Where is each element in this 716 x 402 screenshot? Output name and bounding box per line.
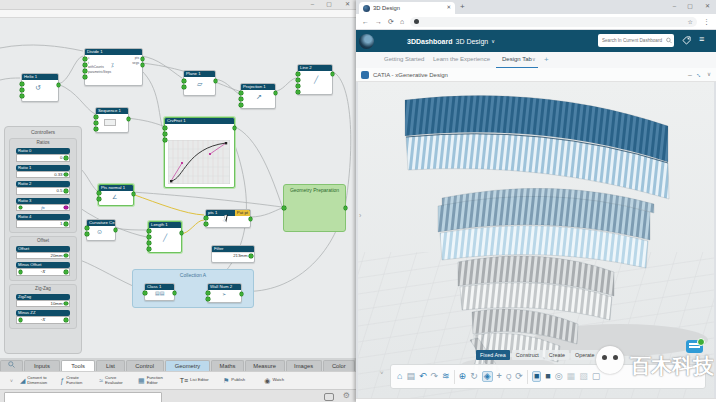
tab-tools[interactable]: Tools (61, 360, 95, 371)
curve-evaluator-button[interactable]: ≈Curve Evaluator (99, 376, 131, 385)
hamburger-menu-icon[interactable]: ≡ (699, 34, 704, 44)
tab-images[interactable]: Images (286, 360, 322, 371)
tab-color[interactable]: Color (323, 360, 355, 371)
browser-tab[interactable]: 3D Design ✕ (359, 2, 455, 14)
node-line2[interactable]: Line 2 ╱ (297, 64, 333, 95)
maximize-button[interactable]: ▢ (326, 0, 332, 9)
tab-geometry[interactable]: Geometry (165, 360, 211, 371)
group-collection-a[interactable]: Collection A Class 1 ▤▤ Wall Num 2 ➣ (132, 269, 254, 308)
slider-offset[interactable]: Offset 20mm (16, 246, 70, 260)
add-dashboard-tab-button[interactable]: + (544, 52, 549, 67)
chevron-down-icon[interactable]: ∨ (532, 52, 536, 67)
render-style-icon[interactable]: ◎ (555, 372, 563, 381)
tab-construct[interactable]: Construct (512, 350, 543, 360)
minimize-button[interactable]: – (311, 0, 314, 9)
3d-viewport[interactable]: › Fixed Area Construct Create Operate Vi… (358, 82, 714, 398)
slider-ratio-0[interactable]: Ratio 0 0 (16, 148, 70, 162)
node-class1[interactable]: Class 1 ▤▤ (144, 283, 175, 301)
bookmark-star-icon[interactable]: ☆ (688, 19, 693, 25)
chat-bubble-icon[interactable] (324, 393, 334, 401)
home-icon[interactable]: ⌂ (400, 18, 404, 25)
node-helix[interactable]: Helix 1 ↺ (21, 73, 59, 102)
address-bar[interactable]: ☆ (410, 17, 697, 27)
slider-value[interactable]: 0 (60, 155, 62, 161)
curve-function-graph[interactable] (168, 140, 230, 184)
undo-icon[interactable]: ↶ (419, 372, 427, 381)
turntable-icon[interactable]: ⟳ (515, 372, 523, 381)
panel-expand-chevron-icon[interactable]: › (359, 212, 361, 219)
new-tab-button[interactable]: + (460, 3, 465, 11)
shaded-cube-icon[interactable]: ■ (532, 371, 541, 382)
node-crvfnct[interactable]: CrvFnct 1 (164, 117, 235, 188)
slider-ratio-1[interactable]: Ratio 1 0.33 (16, 165, 70, 179)
node-projection[interactable]: Projection 1 ↗ (240, 83, 276, 109)
grid-icon[interactable]: ▦ (567, 372, 576, 381)
section-icon[interactable]: ▧ (579, 372, 588, 381)
toolbar-collapse-icon[interactable]: ˅ (380, 370, 384, 376)
sequence-value-chip[interactable] (104, 119, 116, 126)
browser-close-button[interactable]: ✕ (705, 0, 710, 13)
node-filter[interactable]: Filter 213mm (211, 245, 255, 263)
redo-icon[interactable]: ↷ (431, 372, 439, 381)
tab-getting-started[interactable]: Getting Started (384, 52, 424, 67)
controllers-panel[interactable]: Controllers Ratios Ratio 0 0 Ratio 1 0.3… (4, 126, 82, 354)
stream-icon[interactable]: ≋ (442, 372, 450, 381)
browser-minimize-button[interactable]: – (673, 0, 676, 13)
close-button[interactable]: ✕ (345, 0, 350, 9)
slider-formula[interactable]: -X (24, 317, 63, 323)
tab-view[interactable]: View (601, 350, 621, 360)
orbit-icon[interactable]: ↻ (470, 372, 478, 381)
watch-button[interactable]: ◉Watch (264, 377, 298, 385)
node-graph-canvas[interactable]: Helix 1 ↺ Divide 1 c t withCounts parame… (0, 18, 356, 358)
node-divide[interactable]: Divide 1 c t withCounts parametricSteps … (84, 48, 143, 86)
tab-maths[interactable]: Maths (211, 360, 243, 371)
tab-control[interactable]: Control (126, 360, 164, 371)
zoom-icon[interactable]: ⊕ (459, 372, 467, 381)
view-cube-icon[interactable]: ◈ (482, 371, 493, 382)
function-editor-button[interactable]: ▦Function Editor (138, 376, 173, 385)
slider-value[interactable]: 1 (60, 221, 62, 227)
dark-cube-icon[interactable]: ■ (545, 372, 550, 381)
collapse-chevron-icon[interactable]: ˅ (10, 378, 13, 384)
list-editor-button[interactable]: T≡List Editor (180, 377, 216, 384)
tab-operate[interactable]: Operate (571, 350, 598, 360)
slider-zigzag[interactable]: ZigZag 10mm (16, 294, 70, 308)
tab-list[interactable]: List (96, 360, 125, 371)
slider-value[interactable]: 10mm (51, 301, 63, 307)
node-wall-num[interactable]: Wall Num 2 ➣ (207, 283, 242, 303)
slider-formula[interactable]: fx (24, 205, 63, 211)
publish-button[interactable]: ⚑Publish (223, 377, 257, 385)
node-plane[interactable]: Plane 1 ▱ (183, 70, 216, 96)
tab-inputs[interactable]: Inputs (24, 360, 60, 371)
status-input[interactable] (4, 392, 162, 402)
create-function-button[interactable]: ƒCreate Function (60, 376, 92, 385)
slider-minus-offset[interactable]: Minus Offset -X (16, 262, 70, 276)
node-pts-normal[interactable]: Pts normal 1 ∠ (98, 184, 134, 206)
group-geometry-preparation[interactable]: Geometry Preparation (283, 184, 346, 232)
search-tab[interactable] (0, 360, 23, 371)
tab-learn-the-experience[interactable]: Learn the Experience (433, 52, 490, 67)
model-tree-icon[interactable]: ▤ (406, 372, 415, 381)
3ds-compass-logo[interactable] (359, 34, 374, 49)
slider-ratio-2[interactable]: Ratio 2 0.5 (16, 181, 70, 195)
dashboard-search-input[interactable] (600, 37, 666, 44)
tab-close-icon[interactable]: ✕ (446, 5, 451, 11)
slider-minus-zz[interactable]: Minus ZZ -X (16, 310, 70, 324)
node-sequence[interactable]: Sequence 1 (95, 107, 129, 133)
slider-ratio-4[interactable]: Ratio 4 1 (16, 214, 70, 228)
refresh-icon[interactable]: ⟳ (388, 18, 394, 25)
slider-formula[interactable]: -X (24, 269, 63, 275)
widget-collapse-icon[interactable]: ∨ (707, 72, 711, 78)
slider-ratio-3[interactable]: Ratio 3 fx (16, 198, 70, 212)
widget-expand-icon[interactable]: ↔ (695, 70, 705, 80)
gear-icon[interactable]: ⚙ (343, 391, 350, 400)
tab-create[interactable]: Create (545, 350, 569, 360)
back-icon[interactable]: ← (362, 18, 369, 25)
bounding-box-icon[interactable]: ▢ (592, 372, 601, 381)
widget-minimize-icon[interactable]: – (688, 71, 692, 78)
slider-value[interactable]: 0.5 (57, 188, 63, 194)
browser-maximize-button[interactable]: ▢ (687, 0, 693, 13)
pan-icon[interactable]: + (497, 372, 502, 381)
node-curvature[interactable]: Curvature Ce 1 ⊙ (86, 219, 116, 241)
home-view-icon[interactable]: ⌂ (397, 372, 402, 381)
